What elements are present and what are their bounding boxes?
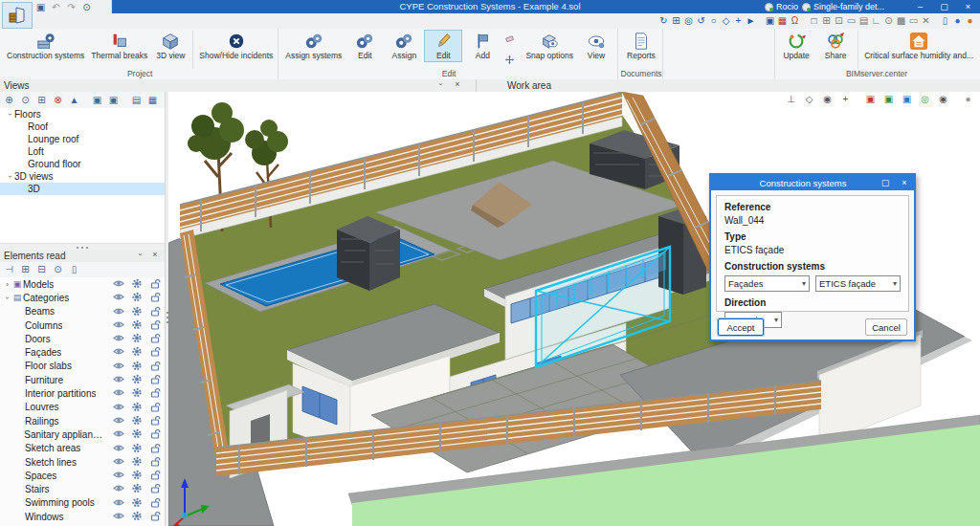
lock-icon[interactable] (149, 319, 161, 330)
edit-view-icon[interactable]: ⊙ (19, 94, 32, 106)
pan-3d-icon[interactable]: + (839, 93, 852, 105)
lock-icon[interactable] (149, 292, 161, 302)
add-button[interactable]: Add (463, 30, 501, 62)
gear-icon[interactable] (131, 333, 143, 343)
lock-icon[interactable] (149, 387, 161, 398)
view-item-roof[interactable]: Roof (0, 121, 165, 133)
element-category-stairs[interactable]: Stairs (0, 482, 165, 495)
redraw-icon[interactable]: ↻ (657, 15, 670, 28)
zoom-window-icon[interactable]: ⊞ (670, 15, 682, 28)
dialog-title-bar[interactable]: Construction systems ▢ × (711, 175, 914, 190)
lock-icon[interactable] (149, 346, 161, 357)
axes-icon[interactable]: ⊥ (785, 93, 797, 105)
eye-icon[interactable] (113, 278, 124, 289)
snapshot-icon[interactable]: ▣ (91, 94, 103, 106)
pan-icon[interactable]: ◇ (720, 15, 732, 28)
maximize-button[interactable]: ▢ (932, 0, 956, 13)
gear-icon[interactable] (131, 483, 143, 493)
eye-icon[interactable] (113, 319, 124, 330)
thermal-breaks-button[interactable]: Thermal breaks (88, 30, 150, 62)
element-category-doors[interactable]: Doors (0, 332, 165, 345)
undo-icon[interactable]: ↶ (50, 1, 62, 13)
eye-icon[interactable] (113, 483, 124, 493)
element-category-sketch-lines[interactable]: Sketch lines (0, 455, 165, 469)
eye-icon[interactable] (113, 456, 124, 467)
eye-icon[interactable] (113, 361, 124, 371)
eye-icon[interactable] (113, 428, 124, 439)
clipboard-icon[interactable]: ▩ (895, 15, 907, 28)
element-category-beams[interactable]: Beams (0, 305, 165, 318)
save-icon[interactable]: ▣ (34, 1, 47, 13)
gear-icon[interactable] (131, 306, 143, 317)
lock-icon[interactable] (149, 511, 161, 521)
eye-icon[interactable] (113, 306, 124, 317)
eye-icon[interactable] (113, 402, 124, 412)
lock-icon[interactable] (149, 456, 161, 467)
snapshot-copy-icon[interactable]: ▣ (107, 94, 120, 106)
construction-systems-button[interactable]: Construction systems (4, 30, 87, 62)
element-category-models[interactable]: ›▣Models (0, 277, 165, 291)
sphere-icon[interactable]: ● (962, 93, 974, 105)
capture-window-icon[interactable]: ▣ (764, 15, 776, 28)
cancel-button[interactable]: Cancel (865, 318, 907, 336)
pointer-icon[interactable]: ► (745, 15, 757, 28)
gear-icon[interactable] (131, 319, 143, 330)
lock-icon[interactable] (149, 415, 161, 426)
lock-icon[interactable] (149, 374, 161, 384)
search-settings-icon[interactable]: ⊙ (52, 264, 64, 276)
gear-icon[interactable] (131, 292, 143, 302)
expander-icon[interactable]: › (3, 294, 11, 302)
views-panel-close-icon[interactable]: × (452, 79, 463, 89)
gear-icon[interactable] (131, 278, 143, 289)
dialog-close-button[interactable]: × (895, 178, 914, 187)
gear-icon[interactable] (131, 346, 143, 357)
duplicate-view-icon[interactable]: ⊞ (35, 94, 48, 106)
eraser-button[interactable] (502, 32, 522, 51)
lock-icon[interactable] (149, 333, 161, 343)
assign-button[interactable]: Assign (385, 30, 423, 62)
zoom-extents-icon[interactable]: ◎ (682, 15, 695, 28)
gear-icon[interactable] (131, 387, 143, 398)
view-item-3d[interactable]: 3D (0, 183, 165, 195)
lock-icon[interactable] (149, 483, 161, 493)
orbit-view-icon[interactable]: ◉ (821, 93, 834, 105)
box-open-icon[interactable]: ▤ (130, 94, 143, 106)
lock-icon[interactable] (149, 470, 161, 480)
help-icon[interactable]: ● (964, 15, 976, 28)
gear-icon[interactable] (131, 374, 143, 384)
project-chip[interactable]: Single-family det... (802, 2, 884, 11)
point-snap-icon[interactable]: ⊡ (833, 15, 845, 28)
eye-icon[interactable] (113, 292, 124, 302)
app-menu-button[interactable] (2, 2, 33, 29)
gear-icon[interactable] (131, 511, 143, 521)
comment-icon[interactable]: ▭ (907, 15, 920, 28)
lock-icon[interactable] (149, 278, 161, 289)
element-category-sketch-areas[interactable]: Sketch areas (0, 442, 165, 455)
globe-icon[interactable]: ● (951, 15, 964, 28)
element-category-spaces[interactable]: Spaces (0, 469, 165, 482)
accept-button[interactable]: Accept (718, 318, 764, 336)
perspective-view-icon[interactable]: ▲ (68, 94, 80, 106)
system-family-select[interactable]: Façades▾ (724, 275, 810, 292)
section-green-icon[interactable]: ▣ (882, 93, 895, 105)
gear-icon[interactable] (131, 497, 143, 508)
element-category-columns[interactable]: Columns (0, 318, 165, 332)
element-category-sanitary-appliances[interactable]: Sanitary appliances (0, 427, 165, 441)
cube-view-icon[interactable]: ◇ (803, 93, 815, 105)
user-chip[interactable]: Rocio (765, 2, 798, 11)
filter-icon[interactable]: ▯ (68, 264, 80, 276)
expander-icon[interactable]: › (6, 110, 14, 119)
eye-icon[interactable] (113, 511, 124, 521)
update-button[interactable]: Update (777, 30, 815, 62)
orbit-icon[interactable]: ↺ (695, 15, 707, 28)
grid-icon[interactable]: ⊞ (820, 15, 833, 28)
tools-icon[interactable]: ✕ (920, 15, 932, 28)
edit-button[interactable]: Edit (424, 30, 462, 62)
eye-icon[interactable] (113, 497, 124, 508)
move-view-icon[interactable]: + (732, 15, 745, 28)
eye-icon[interactable] (113, 346, 124, 357)
box-closed-icon[interactable]: ▦ (146, 94, 159, 106)
element-category-interior-partitions[interactable]: Interior partitions (0, 386, 165, 400)
layout-icon[interactable]: ▤ (858, 15, 870, 28)
element-category-floor-slabs[interactable]: Floor slabs (0, 360, 165, 373)
